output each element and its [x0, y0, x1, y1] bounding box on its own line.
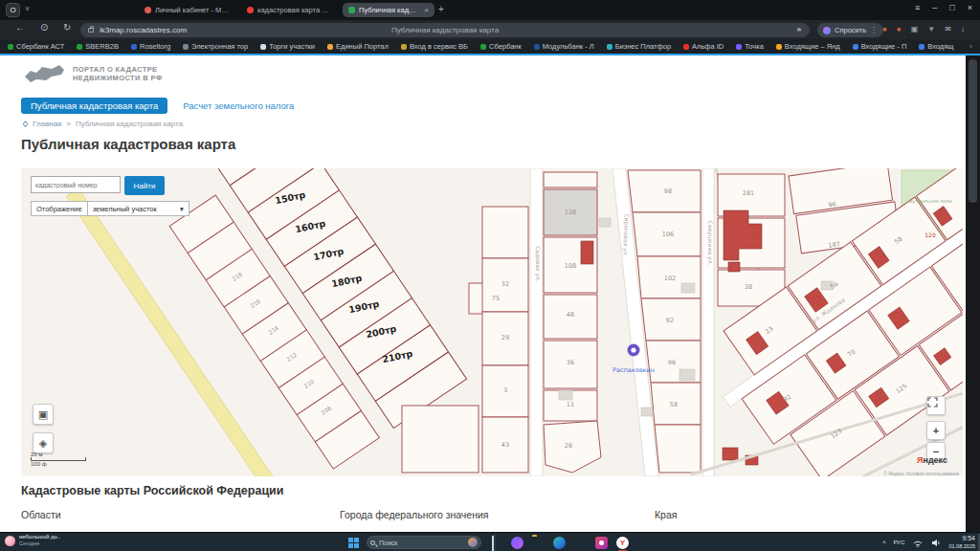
volume-icon[interactable]: [931, 539, 941, 547]
footer-link-federal-cities[interactable]: Города федерального значения: [340, 509, 489, 520]
tab-2[interactable]: кадастровая карта — Ян: [241, 3, 339, 17]
bookmark-label: Бизнес Платфор: [615, 42, 671, 51]
bookmark-item[interactable]: Единый Портал: [327, 42, 389, 51]
extension-icon-5[interactable]: ✉: [945, 24, 951, 35]
bookmark-item[interactable]: Входящие - П: [853, 42, 907, 51]
yandex-logo[interactable]: Яндекс: [917, 455, 947, 465]
bookmark-item[interactable]: Альфа ID: [683, 42, 724, 51]
bookmark-item[interactable]: Входящ: [919, 42, 953, 51]
weather-widget[interactable]: небольшой до.. Сегодня: [5, 534, 60, 547]
language-indicator[interactable]: РУС: [893, 540, 904, 545]
tab-3-active[interactable]: Публичная кадастров ×: [343, 3, 434, 17]
photos-icon[interactable]: [595, 537, 608, 549]
cadastral-number-input[interactable]: [31, 176, 121, 193]
edge-icon[interactable]: [553, 537, 566, 549]
fullscreen-button[interactable]: [926, 396, 946, 415]
extension-icon-6[interactable]: ↓: [961, 24, 965, 35]
map-label: 26: [565, 442, 572, 450]
site-header: ПОРТАЛ О КАДАСТРЕ НЕДВИЖИМОСТИ В РФ: [23, 61, 163, 86]
map-label: 281: [743, 189, 754, 197]
bookmark-label: Вход в сервис ВБ: [410, 42, 468, 51]
pin-icon: [22, 121, 29, 127]
more-options-icon[interactable]: ⋮: [870, 26, 878, 34]
ask-assistant-button[interactable]: Спросить ⋮: [817, 23, 883, 37]
refresh-icon[interactable]: ↻: [63, 22, 71, 33]
url-field[interactable]: ik3map.roscadastres.com Публичная кадаст…: [80, 23, 810, 37]
tab-list-chevron-icon[interactable]: ∨: [25, 5, 30, 12]
map-label: 32: [501, 280, 509, 288]
yandex-browser-icon[interactable]: Y: [616, 537, 629, 549]
wifi-icon[interactable]: [912, 539, 924, 547]
bookmark-favicon: [401, 44, 407, 50]
map-layers-button[interactable]: ▣: [33, 404, 54, 425]
task-view-icon[interactable]: [490, 537, 502, 549]
weather-text: небольшой до..: [19, 534, 60, 540]
browser-tabstrip: O ∨ Личный кабинет - Мое о кадастровая к…: [0, 0, 980, 20]
search-daily-image: [468, 538, 478, 547]
bookmark-favicon: [534, 44, 540, 50]
bookmarks-overflow-chevron[interactable]: ›: [969, 42, 972, 51]
bookmark-label: Торги участки: [269, 42, 315, 51]
start-button[interactable]: [348, 538, 359, 548]
window-menu-icon[interactable]: ≡: [915, 3, 920, 12]
taskbar: небольшой до.. Сегодня Поиск Y ^ РУС: [0, 532, 980, 551]
map-label: 3: [503, 386, 507, 394]
hidden-icons-chevron[interactable]: ^: [882, 540, 885, 546]
extension-icon-1[interactable]: ●: [882, 24, 887, 35]
window-close-icon[interactable]: ×: [968, 3, 972, 12]
bookmark-item[interactable]: SBERB2B: [77, 42, 119, 51]
breadcrumb-home[interactable]: Главная: [33, 120, 61, 128]
page-scrollbar[interactable]: [966, 55, 980, 532]
parcel[interactable]: [402, 406, 479, 473]
bookmark-item[interactable]: Бизнес Платфор: [607, 42, 671, 51]
nav-link-land-tax[interactable]: Расчет земельного налога: [183, 100, 294, 111]
footer-link-krais[interactable]: Края: [655, 509, 677, 520]
footer-link-regions[interactable]: Области: [21, 509, 61, 520]
extension-icon-4[interactable]: ▼: [927, 24, 935, 35]
map-label: 187: [828, 240, 840, 250]
site-nav: Публичная кадастровая карта Расчет земел…: [21, 98, 294, 114]
bookmark-item[interactable]: Входящие – Янд: [776, 42, 840, 51]
street-v1: [530, 168, 543, 476]
bookmark-item[interactable]: Торги участки: [260, 42, 315, 51]
tab-close-icon[interactable]: ×: [424, 6, 429, 14]
file-explorer-icon[interactable]: [532, 537, 545, 549]
bookmark-item[interactable]: Сбербанк: [480, 42, 522, 51]
map-label: 43: [501, 441, 509, 449]
bookmark-item[interactable]: Roseltorg: [131, 42, 170, 51]
bookmark-flag-icon[interactable]: ⚑: [796, 27, 802, 34]
window-minimize-icon[interactable]: –: [932, 3, 937, 12]
scrollbar-thumb[interactable]: [969, 59, 977, 203]
bookmark-item[interactable]: Вход в сервис ВБ: [401, 42, 468, 51]
extension-icon-3[interactable]: ▣: [911, 24, 919, 35]
zoom-in-button[interactable]: +: [926, 421, 946, 440]
bookmark-favicon: [853, 44, 858, 50]
bookmark-item[interactable]: Сбербанк АСТ: [8, 42, 64, 51]
extension-icon-2[interactable]: ●: [897, 24, 902, 35]
window-restore-icon[interactable]: □: [949, 3, 954, 12]
copilot-icon[interactable]: [511, 537, 523, 549]
breadcrumb-separator: »: [66, 120, 70, 128]
taskbar-search[interactable]: Поиск: [367, 536, 481, 549]
store-icon[interactable]: [574, 537, 587, 549]
display-select[interactable]: земельный участок ▾: [88, 201, 189, 216]
map-label: 106: [662, 231, 674, 238]
browser-logo-button[interactable]: O: [6, 3, 20, 17]
bookmark-favicon: [607, 44, 612, 50]
nav-tab-public-map[interactable]: Публичная кадастровая карта: [21, 98, 167, 114]
site-mode-icon[interactable]: ⊙: [40, 22, 48, 33]
cadastral-map[interactable]: 150тр160тр170тр180тр190тр200тр210тр21821…: [21, 168, 963, 476]
weather-subtext: Сегодня: [19, 540, 60, 547]
assistant-icon: [823, 27, 831, 34]
new-tab-button[interactable]: +: [438, 4, 444, 14]
bookmark-item[interactable]: Электронная тор: [183, 42, 248, 51]
bookmark-item[interactable]: Точка: [736, 42, 764, 51]
poi-marker[interactable]: [628, 344, 640, 357]
back-icon[interactable]: ←: [15, 22, 25, 33]
tab-1[interactable]: Личный кабинет - Мое о: [139, 3, 238, 17]
map-3d-view-button[interactable]: ◈: [33, 432, 54, 453]
map-search-button[interactable]: Найти: [124, 176, 165, 195]
taskbar-clock[interactable]: 9:54 01.08.2025: [948, 535, 975, 550]
bookmark-item[interactable]: Модульбанк - Л: [534, 42, 594, 51]
tab-favicon: [247, 7, 254, 13]
